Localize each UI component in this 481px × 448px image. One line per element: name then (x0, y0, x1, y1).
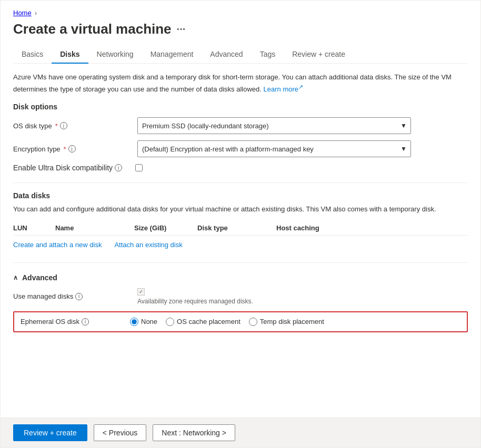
ultra-disk-label: Enable Ultra Disk compatibility (13, 164, 113, 172)
encryption-info-icon[interactable]: i (68, 145, 76, 152)
checkmark-icon: ✓ (139, 289, 143, 294)
learn-more-link[interactable]: Learn more↗ (264, 85, 303, 93)
col-name: Name (55, 224, 134, 232)
ephemeral-os-disk-container: Ephemeral OS disk i None OS cache placem… (13, 311, 468, 332)
availability-note: Availability zone requires managed disks… (137, 298, 253, 305)
os-disk-info-icon[interactable]: i (60, 122, 67, 129)
tab-advanced[interactable]: Advanced (202, 46, 251, 64)
breadcrumb-sep: › (35, 9, 37, 17)
os-disk-type-select[interactable]: Premium SSD (locally-redundant storage) … (137, 117, 411, 134)
data-disks-title: Data disks (13, 191, 468, 200)
radio-os-cache-input[interactable] (166, 318, 174, 326)
managed-disks-row: Use managed disks i ✓ Availability zone … (13, 288, 468, 305)
managed-disks-label: Use managed disks i (13, 292, 129, 300)
ephemeral-radio-group: None OS cache placement Temp disk placem… (130, 318, 324, 326)
radio-os-cache-label: OS cache placement (177, 318, 241, 325)
page-title: Create a virtual machine (13, 21, 172, 37)
more-options-button[interactable]: ··· (177, 23, 186, 35)
breadcrumb: Home › (13, 9, 468, 17)
tab-networking[interactable]: Networking (88, 46, 142, 64)
os-disk-type-row: OS disk type * i Premium SSD (locally-re… (13, 117, 468, 134)
col-size: Size (GiB) (134, 224, 197, 232)
data-disks-table-header: LUN Name Size (GiB) Disk type Host cachi… (13, 221, 468, 236)
tab-basics[interactable]: Basics (13, 46, 52, 64)
data-disks-actions: Create and attach a new disk Attach an e… (13, 236, 468, 254)
review-create-button[interactable]: Review + create (13, 424, 87, 441)
page-title-area: Create a virtual machine ··· (13, 21, 468, 37)
next-networking-button[interactable]: Next : Networking > (153, 424, 235, 441)
data-disks-description: You can add and configure additional dat… (13, 204, 468, 215)
ultra-disk-checkbox[interactable] (135, 164, 143, 171)
ephemeral-os-disk-label: Ephemeral OS disk i (21, 318, 130, 325)
radio-none-label: None (141, 318, 157, 325)
divider-2 (13, 262, 468, 263)
tab-review-create[interactable]: Review + create (284, 46, 354, 64)
encryption-required: * (64, 145, 66, 153)
encryption-type-wrapper: (Default) Encryption at-rest with a plat… (137, 140, 411, 157)
encryption-type-select[interactable]: (Default) Encryption at-rest with a plat… (137, 140, 411, 157)
radio-none-input[interactable] (130, 318, 138, 326)
footer: Review + create < Previous Next : Networ… (1, 418, 480, 447)
breadcrumb-home[interactable]: Home (13, 9, 32, 17)
previous-button[interactable]: < Previous (94, 424, 147, 441)
managed-disks-info-icon[interactable]: i (75, 293, 83, 300)
tab-disks[interactable]: Disks (52, 46, 88, 64)
external-link-icon: ↗ (298, 84, 303, 90)
os-disk-type-label: OS disk type * i (13, 122, 129, 130)
tab-management[interactable]: Management (142, 46, 202, 64)
tab-tags[interactable]: Tags (252, 46, 284, 64)
disk-options-title: Disk options (13, 103, 468, 111)
radio-temp-disk-input[interactable] (249, 318, 257, 326)
ultra-disk-info-icon[interactable]: i (115, 164, 122, 171)
radio-temp-disk-label: Temp disk placement (260, 318, 324, 325)
tab-bar: Basics Disks Networking Management Advan… (13, 46, 468, 64)
create-attach-disk-link[interactable]: Create and attach a new disk (13, 241, 102, 249)
radio-none[interactable]: None (130, 318, 157, 326)
advanced-header[interactable]: ∧ Advanced (13, 273, 468, 282)
col-lun: LUN (13, 224, 55, 232)
advanced-title: Advanced (22, 273, 57, 282)
page-description: Azure VMs have one operating system disk… (13, 72, 468, 94)
attach-existing-disk-link[interactable]: Attach an existing disk (114, 241, 182, 249)
encryption-type-label: Encryption type * i (13, 145, 129, 153)
divider-1 (13, 182, 468, 183)
ephemeral-os-disk-info-icon[interactable]: i (82, 318, 89, 325)
managed-disks-checkbox: ✓ (137, 288, 145, 296)
encryption-type-row: Encryption type * i (Default) Encryption… (13, 140, 468, 157)
radio-temp-disk[interactable]: Temp disk placement (249, 318, 324, 326)
advanced-section: ∧ Advanced Use managed disks i ✓ Availab… (13, 273, 468, 332)
advanced-chevron: ∧ (13, 274, 18, 281)
col-host-caching: Host caching (276, 224, 355, 232)
col-disk-type: Disk type (197, 224, 276, 232)
ephemeral-os-disk-row: Ephemeral OS disk i None OS cache placem… (13, 311, 468, 332)
ultra-disk-row: Enable Ultra Disk compatibility i (13, 164, 468, 172)
managed-disks-area: ✓ Availability zone requires managed dis… (137, 288, 253, 305)
radio-os-cache[interactable]: OS cache placement (166, 318, 241, 326)
os-disk-required: * (55, 122, 58, 130)
os-disk-type-wrapper: Premium SSD (locally-redundant storage) … (137, 117, 411, 134)
